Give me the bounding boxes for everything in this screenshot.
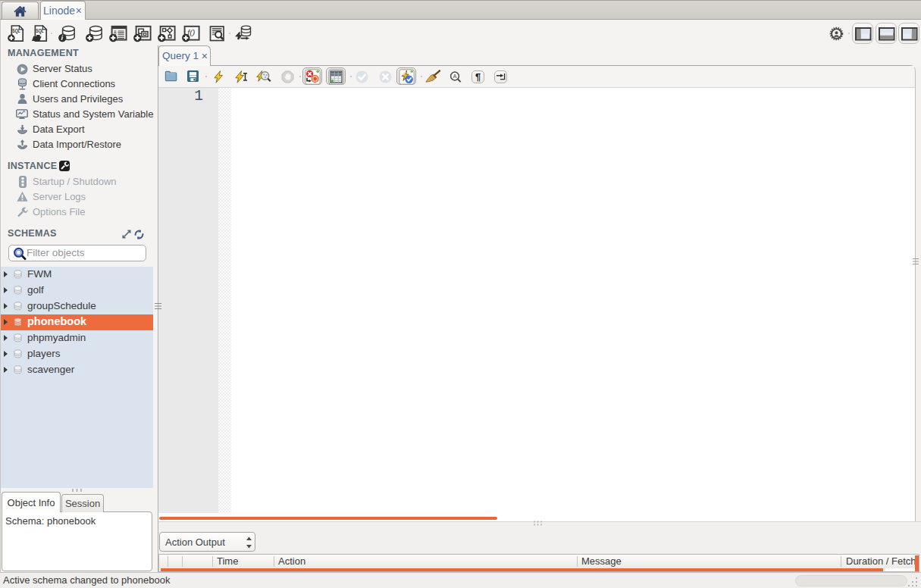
- svg-text:i: i: [61, 33, 64, 42]
- svg-text:SQL: SQL: [36, 28, 43, 34]
- svg-text:A: A: [453, 73, 456, 80]
- svg-text:SQL: SQL: [12, 28, 20, 34]
